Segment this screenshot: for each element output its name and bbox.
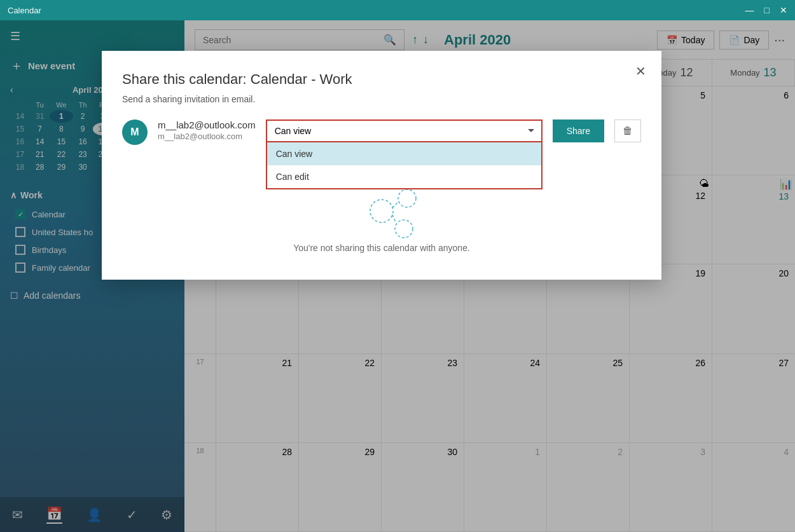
share-button[interactable]: Share bbox=[553, 119, 604, 142]
svg-point-2 bbox=[395, 220, 413, 238]
email-sub: m__lab2@outlook.com bbox=[158, 132, 256, 141]
delete-button[interactable]: 🗑 bbox=[614, 119, 641, 142]
share-row: M m__lab2@outlook.com m__lab2@outlook.co… bbox=[122, 119, 641, 145]
permission-dropdown-wrapper: Can view Can edit Can view Can edit bbox=[266, 119, 543, 142]
avatar: M bbox=[122, 119, 148, 145]
modal-close-button[interactable]: ✕ bbox=[635, 64, 646, 79]
svg-point-0 bbox=[370, 200, 393, 222]
share-calendar-modal: Share this calendar: Calendar - Work Sen… bbox=[102, 51, 661, 280]
close-button[interactable]: ✕ bbox=[780, 5, 787, 15]
svg-line-3 bbox=[392, 201, 399, 208]
window-controls: — □ ✕ bbox=[745, 5, 787, 15]
svg-line-4 bbox=[392, 215, 396, 222]
empty-share-text: You're not sharing this calendar with an… bbox=[293, 243, 470, 253]
titlebar: Calendar — □ ✕ bbox=[0, 0, 795, 20]
email-info: m__lab2@outlook.com m__lab2@outlook.com bbox=[158, 119, 256, 141]
dropdown-can-view[interactable]: Can view bbox=[267, 142, 541, 165]
maximize-button[interactable]: □ bbox=[764, 5, 770, 15]
modal-title: Share this calendar: Calendar - Work bbox=[122, 71, 641, 88]
dropdown-open: Can view Can edit bbox=[266, 142, 543, 189]
email-main: m__lab2@outlook.com bbox=[158, 119, 256, 130]
modal-subtitle: Send a sharing invitation in email. bbox=[122, 94, 641, 104]
minimize-button[interactable]: — bbox=[745, 5, 754, 15]
app-title: Calendar bbox=[8, 6, 41, 15]
dropdown-can-edit[interactable]: Can edit bbox=[267, 165, 541, 188]
permission-select[interactable]: Can view Can edit bbox=[266, 119, 543, 142]
svg-point-1 bbox=[398, 189, 416, 207]
